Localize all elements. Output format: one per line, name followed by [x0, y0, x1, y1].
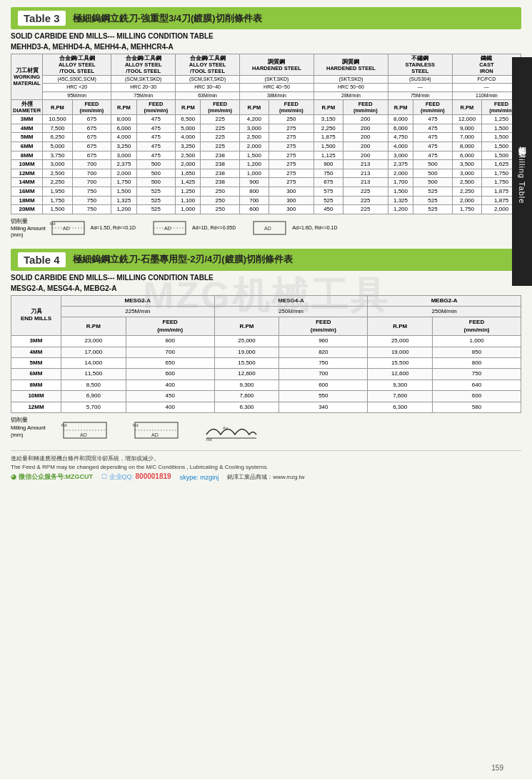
- t3-r7: 12,000: [452, 115, 482, 124]
- t3-r7: 8,000: [452, 142, 482, 151]
- t3-r1: 3,000: [43, 160, 73, 169]
- t3-f2: 500: [136, 178, 176, 187]
- table4-title: 極細鎢鋼立銑刀-石墨專用型-2刃/4刃(鍍膜)切削條件表: [73, 253, 293, 266]
- t3-r3: 1,100: [176, 196, 201, 205]
- table3-row: 16MM 1,950 750 1,500 525 1,250 250 800 3…: [11, 187, 521, 196]
- milling-diag4-1: Rd AD: [60, 417, 110, 442]
- milling-note1: Ad=1.5D, Rd<=0.1D: [91, 225, 136, 230]
- t4-f3: 640: [433, 379, 521, 390]
- t4-r2: 19,000: [214, 347, 279, 357]
- t3-r2: 4,000: [111, 133, 136, 142]
- skype-label: skype:: [180, 474, 201, 481]
- t3-r1: 1,750: [43, 196, 73, 205]
- t4-r2: 12,600: [214, 369, 279, 379]
- th-alloy3: 合金鋼/工具鋼ALLOY STEEL/TOOL STEEL: [176, 54, 240, 76]
- th-rpm1: R.PM: [43, 100, 73, 115]
- t3-dia: 4MM: [11, 124, 43, 133]
- th-rpm2: R.PM: [111, 100, 136, 115]
- t4-f3: 750: [433, 369, 521, 379]
- td-hrc-castiron: —: [452, 84, 521, 91]
- website: 銘澤工業品商城：www.mzg.tw: [227, 473, 304, 481]
- t3-r7: 2,500: [452, 178, 482, 187]
- t4-f3: 580: [433, 402, 521, 412]
- t3-dia: 16MM: [11, 187, 43, 196]
- t4-f2: 960: [279, 336, 368, 347]
- t3-r5: 575: [313, 187, 343, 196]
- table3-row: 20MM 1,500 750 1,200 525 1,000 250 600 3…: [11, 205, 521, 214]
- footer: 進給量和轉速應視機台條件和潤滑冷卻系統，增加或減少。 The Feed & RP…: [11, 450, 521, 482]
- t4-r3: 7,600: [368, 391, 433, 402]
- t3-r4: 3,000: [240, 124, 269, 133]
- t3-f1: 750: [72, 205, 111, 214]
- t4-dia: 5MM: [11, 358, 61, 369]
- t3-f4: 275: [268, 169, 313, 178]
- qq-label: ☐ 企业QQ:: [101, 473, 136, 480]
- t4-f1: 700: [126, 347, 214, 357]
- t4-f3: 850: [433, 347, 521, 357]
- table4-milling: 切削量Milling Amount(mm) Rd AD Rd AD: [11, 417, 521, 442]
- t3-f6: 525: [413, 205, 453, 214]
- table4-row: 5MM 14,000 650 15,500 750 15,500 800: [11, 358, 521, 369]
- th-feed2: FEED(mm/min): [136, 100, 176, 115]
- t3-r6: 1,200: [388, 205, 413, 214]
- t3-r4: 900: [240, 178, 269, 187]
- td-speed-alloy2: 75M/min: [111, 91, 176, 99]
- t4-f1: 400: [126, 402, 214, 412]
- t3-f1: 700: [72, 160, 111, 169]
- t3-r5: 2,250: [313, 124, 343, 133]
- t4-dia: 12MM: [11, 402, 61, 412]
- t4-r2: 7,600: [214, 391, 279, 402]
- t3-r3: 1,650: [176, 169, 201, 178]
- t3-r6: 6,000: [388, 124, 413, 133]
- t3-f1: 675: [72, 151, 111, 160]
- th-rpm5: R.PM: [313, 100, 343, 115]
- table3-row: 14MM 2,250 700 1,750 500 1,425 238 900 2…: [11, 178, 521, 187]
- table3-row: 6MM 5,000 675 3,250 475 3,250 225 2,000 …: [11, 142, 521, 151]
- t4-f1: 400: [126, 379, 214, 390]
- table4-subtitle2: MESG2-A, MESG4-A, MEBG2-A: [11, 284, 521, 293]
- svg-text:Rd: Rd: [61, 423, 67, 427]
- t4-f3: 800: [433, 358, 521, 369]
- footer-note-en: The Feed & RPM may be changed depending …: [11, 464, 521, 470]
- td-code-hardened2: (SKT,SKD): [313, 76, 388, 84]
- table3-number: Table 3: [18, 11, 66, 26]
- t3-r2: 3,000: [111, 151, 136, 160]
- t3-f1: 675: [72, 133, 111, 142]
- t3-f3: 225: [201, 133, 240, 142]
- t3-r4: 600: [240, 205, 269, 214]
- th-alloy2: 合金鋼/工具鋼ALLOY STEEL/TOOL STEEL: [111, 54, 176, 76]
- t3-r6: 3,000: [388, 151, 413, 160]
- t3-r6: 1,325: [388, 196, 413, 205]
- skype-id: mzginj: [200, 474, 219, 481]
- t3-f4: 275: [268, 124, 313, 133]
- t4-r1: 5,700: [61, 402, 126, 412]
- t3-r3: 4,000: [176, 133, 201, 142]
- t4-r3: 6,300: [368, 402, 433, 412]
- t3-dia: 14MM: [11, 178, 43, 187]
- t3-r5: 1,875: [313, 133, 343, 142]
- t3-r6: 1,700: [388, 178, 413, 187]
- th4-mesg4: MESG4-A: [214, 295, 368, 306]
- table4-row: 8MM 8,500 400 9,300 600 9,300 640: [11, 379, 521, 390]
- t3-r7: 7,000: [452, 133, 482, 142]
- t3-f6: 500: [413, 169, 453, 178]
- t3-f5: 200: [343, 142, 388, 151]
- t3-r3: 1,250: [176, 187, 201, 196]
- table4-number: Table 4: [18, 252, 66, 267]
- td-speed-hardened1: 38M/min: [240, 91, 314, 99]
- milling-note2: Ad=1D, Rd<=0.05D: [192, 225, 236, 230]
- t3-f1: 700: [72, 178, 111, 187]
- th4-feed3: FEED(mm/min): [433, 317, 521, 336]
- t3-r6: 8,000: [388, 115, 413, 124]
- table3-title: 極細鎢鋼立銑刀-強重型3/4刀(鍍膜)切削條件表: [73, 12, 262, 25]
- right-tab: 切削條件表 Milling Table: [512, 57, 532, 286]
- t3-r4: 1,500: [240, 151, 269, 160]
- t3-dia: 20MM: [11, 205, 43, 214]
- th-rpm6: R.PM: [388, 100, 413, 115]
- t3-dia: 3MM: [11, 115, 43, 124]
- svg-text:AD: AD: [151, 432, 159, 437]
- t4-f2: 550: [279, 391, 368, 402]
- t3-r4: 4,200: [240, 115, 269, 124]
- t3-f5: 213: [343, 178, 388, 187]
- milling-diag4-2: Rd AD: [131, 417, 181, 442]
